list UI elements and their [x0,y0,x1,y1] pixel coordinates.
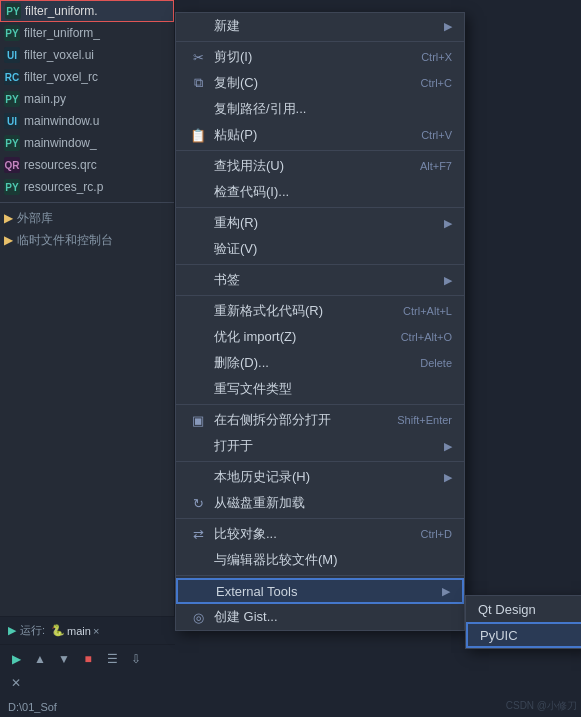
menu-label-copy-path: 复制路径/引用... [214,100,452,118]
menu-label-inspect: 检查代码(I)... [214,183,452,201]
menu-item-local-history[interactable]: 本地历史记录(H) ▶ [176,464,464,490]
menu-item-reload[interactable]: ↻ 从磁盘重新加载 [176,490,464,516]
file-name: resources_rc.p [24,180,103,194]
refactor-icon [188,213,208,233]
file-name: filter_voxel_rc [24,70,98,84]
run-down-button[interactable]: ▼ [54,649,74,669]
submenu-arrow-history: ▶ [444,471,452,484]
menu-item-new[interactable]: 新建 ▶ [176,13,464,39]
optimize-icon [188,327,208,347]
run-path: D:\01_Sof [0,697,175,717]
submenu-arrow-external-tools: ▶ [442,585,450,598]
menu-label-new: 新建 [214,17,436,35]
shortcut-find: Alt+F7 [420,160,452,172]
menu-label-paste: 粘贴(P) [214,126,421,144]
menu-label-rewrite: 重写文件类型 [214,380,452,398]
ui-icon: UI [4,47,20,63]
reformat-icon [188,301,208,321]
menu-item-optimize-import[interactable]: 优化 import(Z) Ctrl+Alt+O [176,324,464,350]
menu-item-create-gist[interactable]: ◎ 创建 Gist... [176,604,464,630]
run-wrench-button[interactable]: ✕ [6,673,26,693]
file-item-filter-voxel-rc[interactable]: RC filter_voxel_rc [0,66,174,88]
file-item-resources-rc[interactable]: PY resources_rc.p [0,176,174,198]
menu-item-compare-editor[interactable]: 与编辑器比较文件(M) [176,547,464,573]
gist-icon: ◎ [188,607,208,627]
py-icon: PY [5,3,21,19]
file-name: filter_uniform. [25,4,98,18]
separator-2 [176,150,464,151]
menu-item-refactor[interactable]: 重构(R) ▶ [176,210,464,236]
menu-label-create-gist: 创建 Gist... [214,608,452,626]
run-list-button[interactable]: ☰ [102,649,122,669]
run-play-button[interactable]: ▶ [6,649,26,669]
separator-6 [176,404,464,405]
menu-label-refactor: 重构(R) [214,214,436,232]
menu-item-compare[interactable]: ⇄ 比较对象... Ctrl+D [176,521,464,547]
separator-9 [176,575,464,576]
file-item-mainwindow[interactable]: PY mainwindow_ [0,132,174,154]
temp-files-section: ▶ 临时文件和控制台 [0,229,174,251]
run-tab: ▶ 运行: 🐍 main × [0,617,175,645]
rewrite-icon [188,379,208,399]
menu-item-paste[interactable]: 📋 粘贴(P) Ctrl+V [176,122,464,148]
submenu-arrow-open-with: ▶ [444,440,452,453]
external-library-section: ▶ 外部库 [0,207,174,229]
paste-icon: 📋 [188,125,208,145]
menu-item-cut[interactable]: ✂ 剪切(I) Ctrl+X [176,44,464,70]
tab-active-label: main [67,625,91,637]
run-scroll-button[interactable]: ⇩ [126,649,146,669]
menu-item-delete[interactable]: 删除(D)... Delete [176,350,464,376]
run-up-button[interactable]: ▲ [30,649,50,669]
file-item-filter-voxel-ui[interactable]: UI filter_voxel.ui [0,44,174,66]
shortcut-cut: Ctrl+X [421,51,452,63]
separator-3 [176,207,464,208]
submenu-arrow-bookmarks: ▶ [444,274,452,287]
menu-item-find-usage[interactable]: 查找用法(U) Alt+F7 [176,153,464,179]
file-item-filter-uniform-selected[interactable]: PY filter_uniform. [0,0,174,22]
menu-label-bookmarks: 书签 [214,271,436,289]
shortcut-split: Shift+Enter [397,414,452,426]
validate-icon [188,239,208,259]
cut-icon: ✂ [188,47,208,67]
find-icon [188,156,208,176]
menu-item-rewrite-type[interactable]: 重写文件类型 [176,376,464,402]
file-name: resources.qrc [24,158,97,172]
menu-label-compare-editor: 与编辑器比较文件(M) [214,551,452,569]
external-tools-icon [190,581,210,601]
run-label: 运行: [20,623,45,638]
menu-item-bookmarks[interactable]: 书签 ▶ [176,267,464,293]
menu-label-external-tools: External Tools [216,584,434,599]
file-item-mainwindow-u[interactable]: UI mainwindow.u [0,110,174,132]
run-stop-button[interactable]: ■ [78,649,98,669]
file-item-resources-qrc[interactable]: QR resources.qrc [0,154,174,176]
external-tools-submenu: Qt Design PyUIC [465,595,581,649]
menu-item-inspect[interactable]: 检查代码(I)... [176,179,464,205]
submenu-arrow-refactor: ▶ [444,217,452,230]
file-item-filter-uniform2[interactable]: PY filter_uniform_ [0,22,174,44]
menu-label-validate: 验证(V) [214,240,452,258]
py-icon: PY [4,91,20,107]
inspect-icon [188,182,208,202]
file-name: filter_voxel.ui [24,48,94,62]
menu-item-reformat[interactable]: 重新格式化代码(R) Ctrl+Alt+L [176,298,464,324]
copy-path-icon [188,99,208,119]
open-with-icon [188,436,208,456]
ui-icon: UI [4,113,20,129]
menu-item-copy-path[interactable]: 复制路径/引用... [176,96,464,122]
shortcut-delete: Delete [420,357,452,369]
reload-icon: ↻ [188,493,208,513]
menu-item-copy[interactable]: ⧉ 复制(C) Ctrl+C [176,70,464,96]
menu-item-validate[interactable]: 验证(V) [176,236,464,262]
bookmarks-icon [188,270,208,290]
menu-item-open-with[interactable]: 打开于 ▶ [176,433,464,459]
menu-item-open-split[interactable]: ▣ 在右侧拆分部分打开 Shift+Enter [176,407,464,433]
file-item-main-py[interactable]: PY main.py [0,88,174,110]
new-icon [188,16,208,36]
separator-5 [176,295,464,296]
submenu-item-pyuic[interactable]: PyUIC [466,622,581,648]
submenu-item-qt-design[interactable]: Qt Design [466,596,581,622]
rc-icon: RC [4,69,20,85]
menu-item-external-tools[interactable]: External Tools ▶ [176,578,464,604]
py-icon: PY [4,179,20,195]
menu-label-compare: 比较对象... [214,525,421,543]
